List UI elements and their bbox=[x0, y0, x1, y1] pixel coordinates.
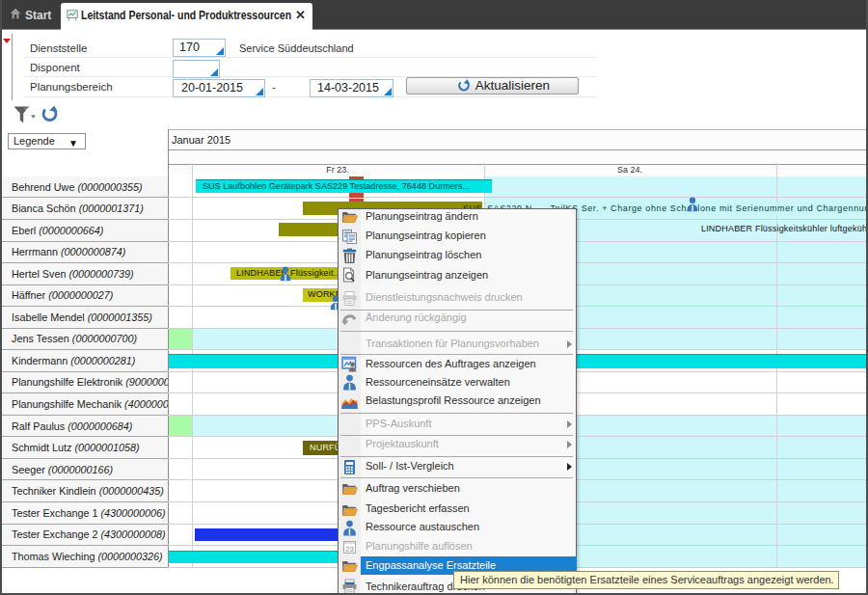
svg-text:23: 23 bbox=[345, 545, 353, 554]
